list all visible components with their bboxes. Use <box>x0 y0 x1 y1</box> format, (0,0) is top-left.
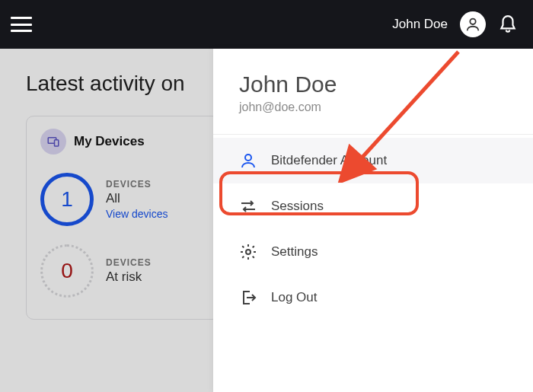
dropdown-item-sessions[interactable]: Sessions <box>213 183 533 229</box>
svg-point-3 <box>245 155 251 161</box>
topbar-user-name: John Doe <box>392 17 448 32</box>
hamburger-menu-icon[interactable] <box>11 16 32 33</box>
dropdown-user-email: john@doe.com <box>239 100 507 114</box>
dropdown-item-settings[interactable]: Settings <box>213 229 533 275</box>
dropdown-list: Bitdefender Account Sessions Settings <box>213 135 533 320</box>
gear-icon <box>239 243 257 261</box>
topbar: John Doe <box>0 0 533 49</box>
logout-icon <box>239 288 257 307</box>
dropdown-user-name: John Doe <box>239 72 507 97</box>
user-outline-icon <box>239 151 257 170</box>
notifications-button[interactable] <box>498 14 518 34</box>
topbar-right: John Doe <box>392 11 518 37</box>
avatar-button[interactable] <box>460 11 486 37</box>
dropdown-item-label: Sessions <box>271 199 324 214</box>
dropdown-item-logout[interactable]: Log Out <box>213 275 533 320</box>
dropdown-item-label: Settings <box>271 244 318 260</box>
dropdown-header: John Doe john@doe.com <box>213 49 533 135</box>
dropdown-item-account[interactable]: Bitdefender Account <box>213 138 533 183</box>
svg-point-0 <box>470 19 475 24</box>
account-dropdown: John Doe john@doe.com Bitdefender Accoun… <box>213 49 533 392</box>
arrows-swap-icon <box>239 197 257 215</box>
bell-icon <box>498 14 518 34</box>
svg-point-4 <box>246 250 251 254</box>
dropdown-item-label: Log Out <box>271 290 318 305</box>
dropdown-item-label: Bitdefender Account <box>271 153 387 168</box>
user-icon <box>464 16 481 33</box>
